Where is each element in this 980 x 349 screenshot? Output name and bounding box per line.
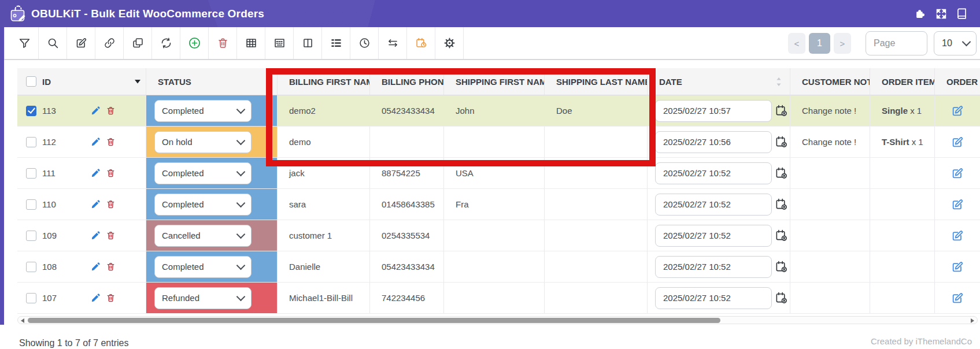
order-details-edit-icon[interactable] (951, 105, 964, 117)
order-details-edit-icon[interactable] (951, 136, 964, 148)
date-input[interactable]: 2025/02/27 10:52 (655, 225, 772, 247)
scroll-right-arrow-icon[interactable] (971, 318, 974, 323)
page-1-button[interactable]: 1 (809, 33, 830, 54)
toolbar-refresh-button[interactable] (152, 27, 180, 59)
calendar-clear-icon[interactable] (775, 104, 788, 117)
toolbar-duplicate-button[interactable] (124, 27, 152, 59)
select-all-checkbox[interactable] (26, 76, 36, 87)
date-input[interactable]: 2025/02/27 10:52 (655, 162, 772, 184)
edit-pencil-icon[interactable] (91, 293, 101, 303)
plugin-puzzle-icon[interactable] (914, 7, 927, 20)
row-checkbox[interactable] (26, 262, 36, 272)
calendar-clear-icon[interactable] (775, 291, 788, 305)
chevron-down-icon (962, 38, 971, 47)
status-select[interactable]: Completed (154, 100, 252, 122)
toolbar-swap-arrows-button[interactable] (379, 27, 407, 59)
row-checkbox[interactable] (26, 199, 36, 210)
toolbar-schedule-calendar-button[interactable] (407, 27, 435, 59)
delete-trash-icon[interactable] (106, 199, 116, 209)
cell-status: Completed (146, 158, 278, 188)
date-value: 2025/02/27 10:52 (663, 168, 731, 178)
order-details-edit-icon[interactable] (951, 261, 964, 273)
order-id: 111 (42, 168, 56, 178)
status-select[interactable]: Cancelled (154, 225, 252, 247)
order-details-edit-icon[interactable] (951, 229, 964, 242)
scrollbar-thumb[interactable] (28, 318, 720, 323)
row-checkbox[interactable] (26, 137, 36, 147)
status-select[interactable]: Refunded (154, 287, 252, 309)
status-value: Cancelled (162, 231, 201, 240)
chevron-down-icon (236, 136, 246, 145)
toolbar-link-button[interactable] (95, 27, 124, 59)
order-details-edit-icon[interactable] (951, 198, 964, 211)
delete-trash-icon[interactable] (106, 293, 116, 303)
sort-icon[interactable] (776, 77, 782, 87)
column-header-date[interactable]: DATE (648, 68, 790, 95)
calendar-clear-icon[interactable] (775, 198, 788, 211)
toolbar-add-new-button[interactable] (180, 27, 209, 59)
edit-pencil-icon[interactable] (91, 262, 101, 272)
date-input[interactable]: 2025/02/27 10:52 (655, 287, 772, 309)
toolbar-filter-button[interactable] (10, 27, 39, 59)
row-checkbox[interactable] (26, 168, 36, 179)
toolbar-settings-gear-button[interactable] (435, 27, 464, 59)
toolbar-edit-button[interactable] (67, 27, 95, 59)
delete-trash-icon[interactable] (106, 137, 116, 147)
toolbar-delete-button[interactable] (209, 27, 237, 59)
cell-billing_phone: 01458643385 (370, 189, 444, 220)
cell-order_items (870, 283, 935, 313)
order-details-edit-icon[interactable] (951, 167, 964, 180)
calendar-clear-icon[interactable] (775, 166, 788, 180)
next-page-button[interactable]: > (834, 33, 851, 54)
page-number-input[interactable]: Page (866, 31, 927, 55)
edit-pencil-icon[interactable] (91, 199, 101, 209)
date-input[interactable]: 2025/02/27 10:56 (655, 131, 772, 153)
status-select[interactable]: Completed (154, 162, 252, 184)
cell-shipping_first_name (444, 283, 545, 313)
prev-page-button[interactable]: < (788, 33, 805, 54)
toolbar-inline-grid-button[interactable] (265, 27, 294, 59)
status-value: Refunded (162, 293, 199, 303)
filter-caret-down-icon[interactable] (134, 79, 141, 84)
date-input[interactable]: 2025/02/27 10:52 (655, 194, 772, 216)
cell-order_details (935, 127, 980, 157)
edit-pencil-icon[interactable] (91, 106, 101, 116)
horizontal-scrollbar[interactable] (17, 316, 978, 324)
delete-trash-icon[interactable] (106, 106, 116, 116)
row-checkbox[interactable] (26, 106, 36, 116)
page-size-select[interactable]: 10 (934, 31, 977, 55)
edit-pencil-icon[interactable] (91, 168, 101, 178)
date-value: 2025/02/27 10:57 (663, 106, 731, 116)
status-select[interactable]: On hold (154, 131, 252, 153)
calendar-clear-icon[interactable] (775, 135, 788, 148)
table-row-109: 109Cancelledcustomer 102543355342025/02/… (17, 220, 980, 251)
chevron-down-icon (236, 229, 246, 239)
toolbar-list-view-button[interactable] (322, 27, 350, 59)
status-select[interactable]: Completed (154, 256, 252, 278)
delete-trash-icon[interactable] (106, 262, 116, 272)
cell-status: Refunded (146, 283, 278, 313)
order-details-edit-icon[interactable] (951, 292, 964, 305)
column-header-shipping_last_name: SHIPPING LAST NAME (545, 68, 648, 95)
edit-pencil-icon[interactable] (91, 231, 101, 240)
toolbar-search-button[interactable] (39, 27, 67, 59)
row-checkbox[interactable] (26, 231, 36, 241)
calendar-clear-icon[interactable] (775, 229, 788, 242)
delete-trash-icon[interactable] (106, 168, 116, 178)
edit-pencil-icon[interactable] (91, 137, 101, 147)
date-input[interactable]: 2025/02/27 10:57 (655, 100, 772, 122)
fullscreen-expand-icon[interactable] (934, 7, 948, 20)
row-checkbox[interactable] (26, 293, 36, 303)
delete-trash-icon[interactable] (106, 231, 116, 240)
toolbar-history-clock-button[interactable] (350, 27, 379, 59)
toolbar-columns-split-button[interactable] (294, 27, 322, 59)
calendar-clear-icon[interactable] (775, 260, 788, 273)
documentation-book-icon[interactable] (955, 7, 968, 20)
billing_phone-value: 05423433434 (382, 262, 435, 272)
date-input[interactable]: 2025/02/27 10:52 (655, 256, 772, 278)
scroll-left-arrow-icon[interactable] (21, 318, 24, 323)
status-select[interactable]: Completed (154, 194, 252, 216)
chevron-down-icon (236, 261, 246, 270)
date-value: 2025/02/27 10:52 (663, 199, 731, 209)
toolbar-table-grid-button[interactable] (237, 27, 265, 59)
